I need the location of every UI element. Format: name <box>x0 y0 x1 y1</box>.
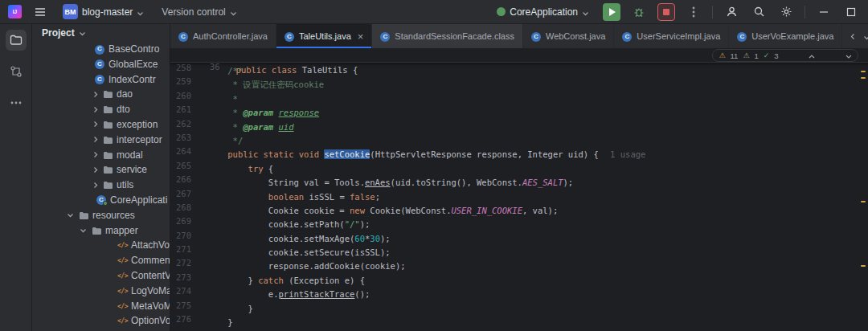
tree-item-resources[interactable]: resources <box>32 208 170 223</box>
tree-item-utils[interactable]: utils <box>32 178 170 193</box>
chevron-down-icon[interactable] <box>820 35 852 76</box>
more-toolwindows-button[interactable] <box>6 92 27 113</box>
vcs-selector[interactable]: Version control <box>158 2 240 22</box>
code-line-276[interactable]: 276 } <box>170 314 868 328</box>
line-number: 272 <box>170 258 207 268</box>
chevron-down-icon[interactable] <box>79 227 87 235</box>
tab-label: TaleUtils.java <box>299 31 351 41</box>
chevron-down-icon <box>79 27 86 39</box>
settings-gear-icon[interactable] <box>777 3 795 21</box>
sticky-line[interactable]: 36public class TaleUtils { ⚠ 11 ⚠ 1 ✓ 3 <box>170 48 868 63</box>
tree-item-dto[interactable]: dto <box>32 102 170 117</box>
chevron-up-icon[interactable] <box>784 35 816 76</box>
code-line-269[interactable]: 269 cookie.setPath("/"); <box>170 216 868 230</box>
tab-WebConst.java[interactable]: CWebConst.java <box>523 24 614 48</box>
code-area[interactable]: 258 /**259 * 设置记住密码cookie260 *261 * @par… <box>170 63 868 331</box>
code-line-275[interactable]: 275 } <box>170 300 868 314</box>
code-with-me-icon[interactable] <box>723 3 740 21</box>
tree-item-contentvoma[interactable]: </>ContentVoMa <box>32 268 170 284</box>
project-selector[interactable]: BM blog-master <box>59 2 148 22</box>
code-line-260[interactable]: 260 * <box>170 91 868 104</box>
code-line-262[interactable]: 262 * @param uid <box>170 119 868 133</box>
chevron-right-icon[interactable] <box>92 151 100 159</box>
tree-item-attachvomap[interactable]: </>AttachVoMap <box>32 238 170 253</box>
tree-item-label: LogVoMappe <box>131 284 170 299</box>
chevron-right-icon[interactable] <box>92 166 100 174</box>
code-line-266[interactable]: 266 String val = Tools.enAes(uid.toStrin… <box>170 174 868 188</box>
code-line-273[interactable]: 273 } catch (Exception e) { <box>170 272 868 286</box>
bug-icon <box>633 6 645 18</box>
code-line-267[interactable]: 267 boolean isSSL = false; <box>170 189 868 202</box>
analysis-mark[interactable] <box>861 201 866 202</box>
xml-file-icon: </> <box>117 316 129 326</box>
tree-item-interceptor[interactable]: interceptor <box>32 133 170 148</box>
tree-item-dao[interactable]: dao <box>32 87 170 102</box>
project-toolwindow-button[interactable] <box>6 30 27 51</box>
chevron-right-icon[interactable] <box>92 105 100 113</box>
code-line-268[interactable]: 268 Cookie cookie = new Cookie(WebConst.… <box>170 202 868 216</box>
analysis-mark[interactable] <box>861 71 866 72</box>
tree-item-label: CommentVoM <box>131 253 170 268</box>
code-line-264[interactable]: 264 public static void setCookie(HttpSer… <box>170 146 868 160</box>
tab-StandardSessionFacade.class[interactable]: CStandardSessionFacade.class <box>372 24 523 48</box>
code-text: cookie.setMaxAge(60*30); <box>207 234 391 243</box>
code-line-272[interactable]: 272 response.addCookie(cookie); <box>170 258 868 272</box>
maximize-button[interactable] <box>842 3 860 21</box>
code-line-271[interactable]: 271 cookie.setSecure(isSSL); <box>170 244 868 258</box>
code-line-265[interactable]: 265 try { <box>170 161 868 174</box>
tree-item-basecontro[interactable]: CBaseContro <box>32 42 170 57</box>
code-line-261[interactable]: 261 * @param response <box>170 104 868 118</box>
code-line-274[interactable]: 274 e.printStackTrace(); <box>170 286 868 300</box>
analysis-mark[interactable] <box>861 77 866 79</box>
chevron-down-icon[interactable] <box>66 211 74 219</box>
folder-icon <box>103 150 114 161</box>
chevron-down-icon <box>582 5 589 19</box>
tree-item-logvomappe[interactable]: </>LogVoMappe <box>32 284 170 299</box>
folder-icon <box>92 226 103 236</box>
tab-label: StandardSessionFacade.class <box>395 31 514 41</box>
code-line-263[interactable]: 263 */ <box>170 133 868 146</box>
code-line-270[interactable]: 270 cookie.setMaxAge(60*30); <box>170 231 868 244</box>
tab-TaleUtils.java[interactable]: CTaleUtils.java× <box>276 24 372 48</box>
run-button[interactable] <box>603 3 620 21</box>
search-icon[interactable] <box>750 3 768 21</box>
warning-icon: ⚠ <box>719 49 725 63</box>
stop-icon <box>663 9 669 15</box>
tab-AuthController.java[interactable]: CAuthController.java <box>170 24 276 48</box>
code-line-259[interactable]: 259 * 设置记住密码cookie <box>170 76 868 90</box>
main-menu-icon[interactable] <box>31 3 49 21</box>
project-panel-header[interactable]: Project <box>32 24 170 42</box>
code-text: * 设置记住密码cookie <box>207 80 324 89</box>
stop-button[interactable] <box>657 3 675 21</box>
tree-item-exception[interactable]: exception <box>32 117 170 133</box>
folder-icon <box>103 180 114 190</box>
inspections-widget[interactable]: ⚠ 11 ⚠ 1 ✓ 3 <box>712 49 858 62</box>
chevron-down-icon <box>230 5 237 19</box>
toolwindow-stripe <box>0 24 32 331</box>
chevron-right-icon[interactable] <box>92 90 100 98</box>
minimize-button[interactable] <box>815 3 833 21</box>
more-actions-icon[interactable] <box>685 3 702 21</box>
chevron-down-icon[interactable] <box>863 29 868 43</box>
analysis-mark[interactable] <box>861 265 866 267</box>
debug-button[interactable] <box>630 3 648 21</box>
tree-item-optionvomap[interactable]: </>OptionVoMap <box>32 313 170 329</box>
run-config-selector[interactable]: CoreApplication <box>493 2 593 22</box>
tree-item-indexcontr[interactable]: CIndexContr <box>32 72 170 88</box>
tree-item-modal[interactable]: modal <box>32 148 170 163</box>
tree-item-label: modal <box>117 148 143 163</box>
tree-item-commentvom[interactable]: </>CommentVoM <box>32 253 170 268</box>
close-icon[interactable]: × <box>358 31 364 42</box>
chevron-right-icon[interactable] <box>92 136 100 144</box>
chevron-right-icon[interactable] <box>92 181 100 189</box>
tree-item-globalexce[interactable]: CGlobalExce <box>32 57 170 72</box>
ide-window: IJ BM blog-master Version control <box>0 0 868 331</box>
tab-UserServiceImpl.java[interactable]: CUserServiceImpl.java <box>614 24 729 48</box>
tree-item-mapper[interactable]: mapper <box>32 223 170 239</box>
tree-item-coreapplicati[interactable]: CCoreApplicati <box>32 193 170 208</box>
line-number: 261 <box>170 104 207 114</box>
structure-toolwindow-button[interactable] <box>6 61 27 82</box>
chevron-right-icon[interactable] <box>92 121 100 129</box>
tree-item-metavomapp[interactable]: </>MetaVoMapp <box>32 299 170 314</box>
tree-item-service[interactable]: service <box>32 162 170 178</box>
